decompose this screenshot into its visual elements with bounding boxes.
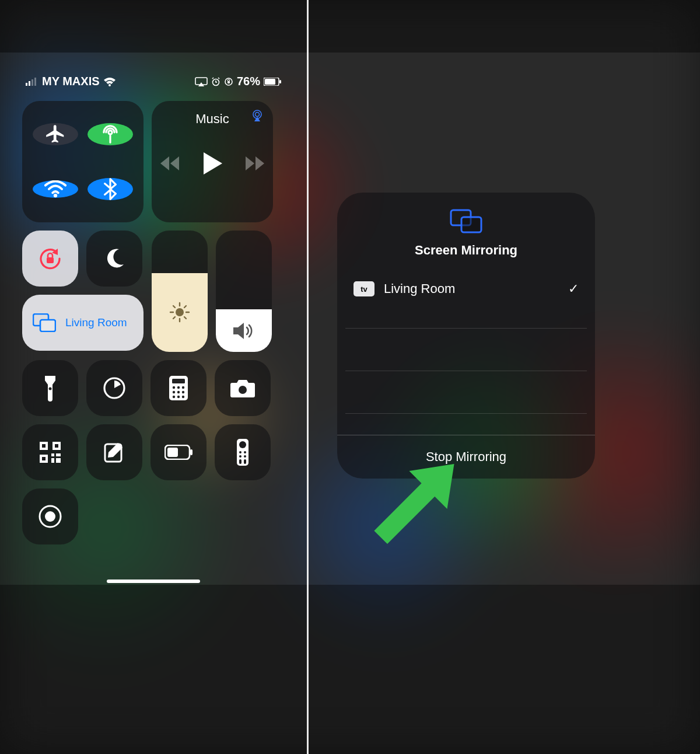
airplay-audio-icon xyxy=(251,109,264,124)
svg-rect-0 xyxy=(26,83,27,86)
svg-point-47 xyxy=(182,396,184,398)
svg-rect-38 xyxy=(172,379,185,383)
calculator-button[interactable] xyxy=(150,360,206,416)
record-icon xyxy=(37,504,63,529)
moon-icon xyxy=(103,247,126,270)
svg-point-66 xyxy=(244,451,246,453)
screen-mirror-label: Living Room xyxy=(65,316,127,329)
stop-mirroring-button[interactable]: Stop Mirroring xyxy=(337,435,595,479)
do-not-disturb-button[interactable] xyxy=(86,231,142,287)
svg-rect-58 xyxy=(56,458,61,463)
bluetooth-icon xyxy=(104,178,117,200)
timer-button[interactable] xyxy=(86,360,142,416)
screen-mirror-icon xyxy=(33,313,56,332)
vertical-divider xyxy=(307,0,309,754)
svg-point-12 xyxy=(54,194,57,197)
svg-rect-1 xyxy=(29,81,30,86)
svg-point-44 xyxy=(182,391,184,393)
cellular-antenna-icon xyxy=(99,123,121,145)
battery-low-power-icon xyxy=(164,445,192,460)
camera-icon xyxy=(230,378,256,398)
media-title: Music xyxy=(195,111,229,127)
svg-point-40 xyxy=(177,386,180,389)
rule-line xyxy=(345,328,587,329)
svg-rect-2 xyxy=(32,79,33,86)
low-power-button[interactable] xyxy=(150,424,206,480)
svg-point-64 xyxy=(239,441,246,448)
qr-icon xyxy=(38,441,62,464)
svg-rect-11 xyxy=(279,80,281,83)
apple-tv-badge-icon: tv xyxy=(354,281,374,296)
notes-button[interactable] xyxy=(86,424,142,480)
svg-point-35 xyxy=(49,388,52,390)
svg-marker-19 xyxy=(246,156,254,170)
svg-line-32 xyxy=(173,317,175,319)
svg-rect-24 xyxy=(40,320,55,331)
orientation-lock-button[interactable] xyxy=(22,231,78,287)
home-indicator[interactable] xyxy=(107,580,200,583)
svg-point-39 xyxy=(173,386,175,389)
control-center: MY MAXIS 76% xyxy=(22,75,285,583)
status-bar: MY MAXIS 76% xyxy=(22,75,285,101)
rule-line xyxy=(345,371,587,371)
svg-point-41 xyxy=(182,386,184,389)
svg-marker-34 xyxy=(233,323,244,339)
svg-point-25 xyxy=(176,308,184,316)
screen-mirror-button[interactable]: Living Room xyxy=(22,295,144,351)
svg-line-33 xyxy=(184,306,186,308)
brightness-slider[interactable] xyxy=(152,231,208,352)
svg-marker-20 xyxy=(256,156,264,170)
svg-marker-16 xyxy=(160,156,169,170)
bluetooth-button[interactable] xyxy=(88,178,133,200)
mirror-device-name: Living Room xyxy=(384,281,559,296)
airplane-mode-button[interactable] xyxy=(33,123,78,145)
popup-header: Screen Mirroring xyxy=(337,193,595,271)
svg-point-67 xyxy=(239,455,242,458)
screen-mirror-popup: Screen Mirroring tv Living Room ✓ Stop M… xyxy=(337,193,595,479)
svg-rect-10 xyxy=(265,79,275,85)
svg-rect-3 xyxy=(34,78,36,86)
cellular-signal-icon xyxy=(26,78,38,86)
wifi-button[interactable] xyxy=(33,180,78,198)
svg-rect-69 xyxy=(239,459,242,464)
bottom-shade xyxy=(0,585,700,754)
airplane-icon xyxy=(44,123,66,145)
svg-rect-56 xyxy=(56,453,61,456)
volume-slider[interactable] xyxy=(216,231,272,352)
svg-rect-54 xyxy=(42,457,46,460)
svg-point-72 xyxy=(45,511,55,522)
svg-line-31 xyxy=(184,317,186,319)
play-button[interactable] xyxy=(202,152,222,174)
svg-rect-70 xyxy=(244,459,246,464)
svg-point-46 xyxy=(177,396,180,398)
rewind-button[interactable] xyxy=(160,156,179,170)
brightness-icon xyxy=(169,302,190,323)
svg-line-30 xyxy=(173,306,175,308)
svg-rect-61 xyxy=(167,448,178,457)
camera-button[interactable] xyxy=(215,360,271,416)
svg-marker-18 xyxy=(204,152,222,174)
mirror-device-row[interactable]: tv Living Room ✓ xyxy=(337,271,595,307)
top-shade xyxy=(0,0,700,53)
timer-icon xyxy=(102,376,127,400)
airplay-status-icon xyxy=(195,77,208,86)
screen-mirror-icon xyxy=(450,209,482,233)
alarm-icon xyxy=(211,77,220,86)
svg-rect-50 xyxy=(42,444,46,448)
wifi-icon xyxy=(103,77,116,86)
apple-tv-remote-button[interactable] xyxy=(215,424,271,480)
wifi-icon xyxy=(44,180,66,198)
battery-icon xyxy=(264,78,281,86)
svg-rect-74 xyxy=(461,217,481,232)
calculator-icon xyxy=(169,375,188,401)
orientation-lock-status-icon xyxy=(224,77,233,86)
connectivity-panel xyxy=(22,101,144,222)
qr-scanner-button[interactable] xyxy=(22,424,78,480)
cellular-data-button[interactable] xyxy=(88,123,133,145)
rule-line xyxy=(345,413,587,414)
forward-button[interactable] xyxy=(246,156,264,170)
media-panel[interactable]: Music xyxy=(152,101,273,222)
svg-rect-22 xyxy=(47,257,54,263)
flashlight-button[interactable] xyxy=(22,360,78,416)
screen-record-button[interactable] xyxy=(22,488,78,544)
